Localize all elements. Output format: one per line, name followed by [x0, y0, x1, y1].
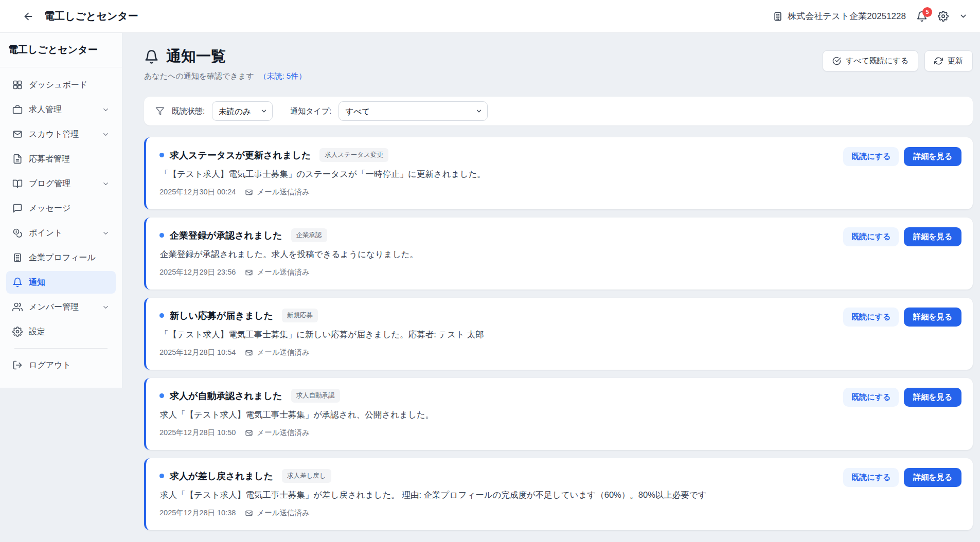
- sidebar-item-logout[interactable]: ログアウト: [6, 354, 116, 376]
- check-circle-icon: [832, 57, 841, 65]
- sidebar-item-scout[interactable]: スカウト管理: [6, 123, 116, 146]
- gear-icon: [938, 11, 949, 22]
- notification-title: 求人が差し戻されました: [170, 470, 273, 482]
- unread-dot: [159, 313, 164, 318]
- message-icon: [12, 203, 23, 213]
- gear-icon: [12, 327, 23, 337]
- mail-status: メール送信済み: [257, 187, 310, 197]
- mail-status: メール送信済み: [257, 267, 310, 277]
- sidebar-item-company-profile[interactable]: 企業プロフィール: [6, 246, 116, 269]
- view-details-button[interactable]: 詳細を見る: [904, 388, 961, 407]
- mark-all-read-label: すべて既読にする: [846, 56, 908, 66]
- page-subtitle-text: あなたへの通知を確認できます: [144, 71, 254, 80]
- main-content: 通知一覧 あなたへの通知を確認できます（未読: 5件） すべて既読にする 更新: [122, 33, 980, 542]
- sidebar-item-label: ログアウト: [29, 360, 71, 371]
- sidebar-item-points[interactable]: ポイント: [6, 222, 116, 244]
- view-details-button[interactable]: 詳細を見る: [904, 147, 961, 166]
- app-title: 電工しごとセンター: [44, 9, 138, 23]
- mark-read-button[interactable]: 既読にする: [843, 388, 899, 407]
- notification-card: 求人が差し戻されました 求人差し戻し 求人「【テスト求人】電気工事士募集」が差し…: [144, 458, 973, 530]
- sidebar-title: 電工しごとセンター: [0, 33, 122, 67]
- sidebar-item-blog[interactable]: ブログ管理: [6, 172, 116, 195]
- notification-count-badge: 5: [922, 7, 932, 17]
- sidebar-item-dashboard[interactable]: ダッシュボード: [6, 74, 116, 96]
- mark-read-button[interactable]: 既読にする: [843, 468, 899, 487]
- bell-icon: [144, 49, 159, 64]
- notification-body: 「【テスト求人】電気工事士募集」のステータスが「一時停止」に更新されました。: [159, 169, 959, 180]
- mark-read-button[interactable]: 既読にする: [843, 147, 899, 166]
- notifications-bell-button[interactable]: 5: [916, 11, 928, 22]
- read-state-filter-label: 既読状態:: [172, 106, 205, 116]
- company-name: 株式会社テスト企業20251228: [773, 10, 906, 22]
- notification-type-badge: 求人自動承認: [291, 389, 340, 403]
- account-menu-button[interactable]: [959, 12, 968, 21]
- chevron-down-icon: [102, 229, 110, 237]
- sidebar-item-label: ポイント: [29, 228, 63, 239]
- filter-bar: 既読状態: 未読のみ 通知タイプ: すべて: [144, 97, 973, 125]
- sidebar-divider: [14, 348, 108, 349]
- notification-body: 求人「【テスト求人】電気工事士募集」が差し戻されました。 理由: 企業プロフィー…: [159, 490, 959, 501]
- chevron-down-icon: [102, 131, 110, 138]
- mark-read-button[interactable]: 既読にする: [843, 227, 899, 246]
- chevron-down-icon: [102, 106, 110, 114]
- sidebar-item-label: 応募者管理: [29, 154, 70, 165]
- notification-list: 求人ステータスが更新されました 求人ステータス変更 「【テスト求人】電気工事士募…: [144, 137, 973, 530]
- document-icon: [12, 154, 23, 164]
- sidebar-item-label: 企業プロフィール: [29, 252, 96, 263]
- sidebar-item-messages[interactable]: メッセージ: [6, 197, 116, 220]
- mail-status: メール送信済み: [257, 428, 310, 438]
- refresh-label: 更新: [948, 56, 963, 66]
- notification-title: 求人ステータスが更新されました: [170, 149, 311, 161]
- view-details-button[interactable]: 詳細を見る: [904, 308, 961, 327]
- mail-sent-icon: [245, 429, 253, 437]
- dashboard-icon: [12, 80, 23, 90]
- refresh-icon: [934, 57, 943, 65]
- sidebar-item-label: ブログ管理: [29, 178, 70, 189]
- chevron-down-icon: [102, 180, 110, 188]
- notification-type-select[interactable]: すべて: [338, 101, 488, 121]
- notification-body: 「【テスト求人】電気工事士募集」に新しい応募が届きました。応募者: テスト 太郎: [159, 329, 959, 340]
- notification-title: 企業登録が承認されました: [170, 229, 282, 242]
- back-arrow-icon[interactable]: [23, 11, 34, 22]
- notification-timestamp: 2025年12月28日 10:50: [159, 428, 236, 438]
- building-icon: [773, 11, 783, 22]
- notification-card: 新しい応募が届きました 新規応募 「【テスト求人】電気工事士募集」に新しい応募が…: [144, 298, 973, 370]
- notification-card: 求人ステータスが更新されました 求人ステータス変更 「【テスト求人】電気工事士募…: [144, 137, 973, 209]
- type-filter-label: 通知タイプ:: [290, 106, 331, 116]
- sidebar-item-settings[interactable]: 設定: [6, 320, 116, 343]
- read-state-select[interactable]: 未読のみ: [212, 101, 273, 121]
- mark-read-button[interactable]: 既読にする: [843, 308, 899, 327]
- view-details-button[interactable]: 詳細を見る: [904, 227, 961, 246]
- notification-title: 求人が自動承認されました: [170, 390, 282, 402]
- mark-all-read-button[interactable]: すべて既読にする: [823, 50, 918, 71]
- settings-gear-button[interactable]: [938, 11, 949, 22]
- unread-count-note: （未読: 5件）: [259, 71, 307, 80]
- topbar: 電工しごとセンター 株式会社テスト企業20251228 5: [0, 0, 980, 33]
- mail-status: メール送信済み: [257, 508, 310, 518]
- sidebar-item-members[interactable]: メンバー管理: [6, 296, 116, 318]
- mail-sent-icon: [245, 349, 253, 357]
- notification-card: 求人が自動承認されました 求人自動承認 求人「【テスト求人】電気工事士募集」が承…: [144, 378, 973, 450]
- unread-dot: [159, 474, 164, 478]
- refresh-button[interactable]: 更新: [924, 50, 973, 71]
- unread-dot: [159, 393, 164, 398]
- sidebar-item-jobs[interactable]: 求人管理: [6, 98, 116, 121]
- unread-dot: [159, 153, 164, 157]
- sidebar-item-label: メッセージ: [29, 203, 71, 214]
- sidebar-item-label: ダッシュボード: [29, 80, 87, 91]
- sidebar-item-applicants[interactable]: 応募者管理: [6, 148, 116, 170]
- notification-timestamp: 2025年12月28日 10:38: [159, 508, 236, 518]
- view-details-button[interactable]: 詳細を見る: [904, 468, 961, 487]
- company-name-label: 株式会社テスト企業20251228: [788, 10, 906, 22]
- notification-title: 新しい応募が届きました: [170, 310, 273, 322]
- notification-body: 求人「【テスト求人】電気工事士募集」が承認され、公開されました。: [159, 409, 959, 421]
- notification-timestamp: 2025年12月29日 23:56: [159, 267, 236, 277]
- sidebar-item-label: 求人管理: [29, 104, 62, 115]
- sidebar-item-label: 通知: [29, 277, 45, 288]
- users-icon: [12, 302, 23, 312]
- sidebar-item-label: メンバー管理: [29, 302, 79, 313]
- sidebar-item-notifications[interactable]: 通知: [6, 271, 116, 294]
- sidebar-item-label: スカウト管理: [29, 129, 79, 140]
- notification-timestamp: 2025年12月30日 00:24: [159, 187, 236, 197]
- briefcase-icon: [12, 104, 23, 115]
